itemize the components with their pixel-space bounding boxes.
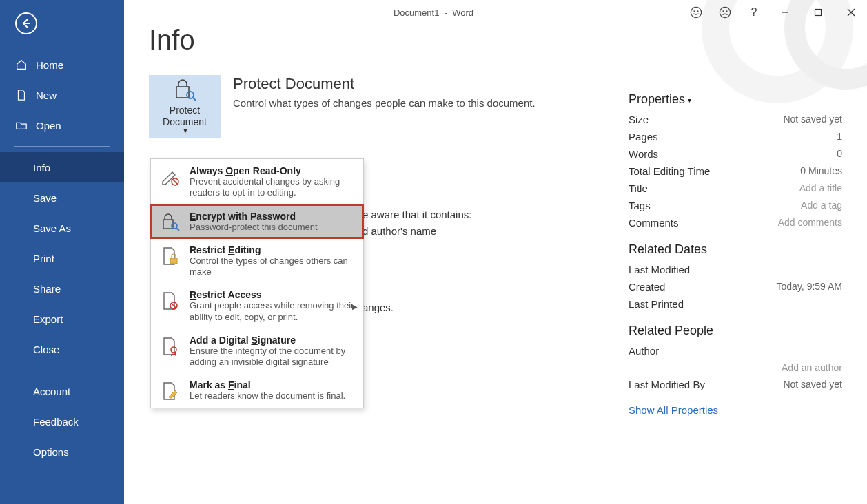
sidebar-item-save-as[interactable]: Save As (0, 213, 124, 243)
sidebar-item-print[interactable]: Print (0, 243, 124, 273)
submenu-arrow-icon: ▶ (352, 302, 358, 310)
sidebar-item-label: Save As (33, 222, 71, 234)
home-icon (15, 59, 28, 71)
menu-item-restrict-access[interactable]: Restrict AccessGrant people access while… (151, 283, 363, 328)
sidebar-item-share[interactable]: Share (0, 273, 124, 304)
document-ribbon-icon (158, 335, 183, 357)
sidebar-divider (14, 370, 110, 370)
lock-search-icon (158, 211, 183, 233)
section-description: Control what types of changes people can… (233, 97, 536, 109)
protect-document-label: Protect Document (149, 105, 221, 128)
sidebar-item-label: Save (33, 192, 57, 204)
folder-open-icon (15, 119, 28, 132)
menu-item-restrict-editing[interactable]: Restrict EditingControl the types of cha… (151, 238, 363, 284)
sidebar-item-label: Export (33, 313, 63, 325)
new-doc-icon (15, 89, 28, 101)
svg-point-12 (187, 92, 194, 98)
sidebar-item-close[interactable]: Close (0, 334, 124, 364)
sidebar-item-label: Account (33, 386, 70, 397)
sidebar-item-info[interactable]: Info (0, 152, 124, 182)
sidebar-item-label: Options (33, 446, 69, 458)
backstage-sidebar: Home New Open Info Save Save As Print Sh… (0, 0, 124, 504)
document-lock-icon (158, 244, 183, 266)
sidebar-item-account[interactable]: Account (0, 376, 124, 406)
chevron-down-icon: ▼ (183, 127, 189, 135)
svg-point-22 (171, 347, 176, 353)
document-block-icon (158, 289, 183, 311)
svg-line-13 (193, 98, 196, 101)
sidebar-item-label: Home (36, 59, 63, 71)
sidebar-item-export[interactable]: Export (0, 304, 124, 334)
menu-item-digital-signature[interactable]: Add a Digital SignatureEnsure the integr… (151, 328, 363, 374)
svg-line-15 (173, 180, 178, 185)
menu-item-encrypt-password[interactable]: Encrypt with PasswordPassword-protect th… (151, 204, 363, 238)
sidebar-item-options[interactable]: Options (0, 437, 124, 467)
sidebar-item-label: Share (33, 283, 61, 295)
section-heading: Protect Document (233, 75, 536, 93)
svg-line-18 (176, 228, 179, 231)
sidebar-item-label: Open (36, 120, 61, 132)
svg-line-21 (172, 304, 176, 308)
sidebar-item-label: Info (33, 162, 50, 174)
sidebar-item-label: Close (33, 344, 59, 355)
sidebar-item-feedback[interactable]: Feedback (0, 406, 124, 437)
page-title: Info (149, 25, 842, 56)
sidebar-item-save[interactable]: Save (0, 182, 124, 213)
sidebar-item-home[interactable]: Home (0, 50, 124, 80)
sidebar-item-new[interactable]: New (0, 80, 124, 110)
sidebar-divider (14, 146, 110, 147)
svg-point-17 (172, 223, 177, 229)
sidebar-item-label: New (36, 90, 57, 101)
pencil-block-icon (158, 165, 183, 187)
document-pencil-icon (158, 379, 183, 401)
menu-item-mark-final[interactable]: Mark as FinalLet readers know the docume… (151, 373, 363, 407)
sidebar-item-open[interactable]: Open (0, 110, 124, 140)
sidebar-item-label: Feedback (33, 416, 79, 428)
sidebar-item-label: Print (33, 253, 54, 264)
back-button[interactable] (15, 12, 37, 34)
lock-search-icon (172, 78, 197, 102)
protect-document-dropdown: Always Open Read-OnlyPrevent accidental … (150, 158, 364, 408)
protect-document-button[interactable]: Protect Document▼ (149, 75, 221, 138)
menu-item-read-only[interactable]: Always Open Read-OnlyPrevent accidental … (151, 159, 363, 204)
svg-rect-19 (170, 258, 177, 264)
